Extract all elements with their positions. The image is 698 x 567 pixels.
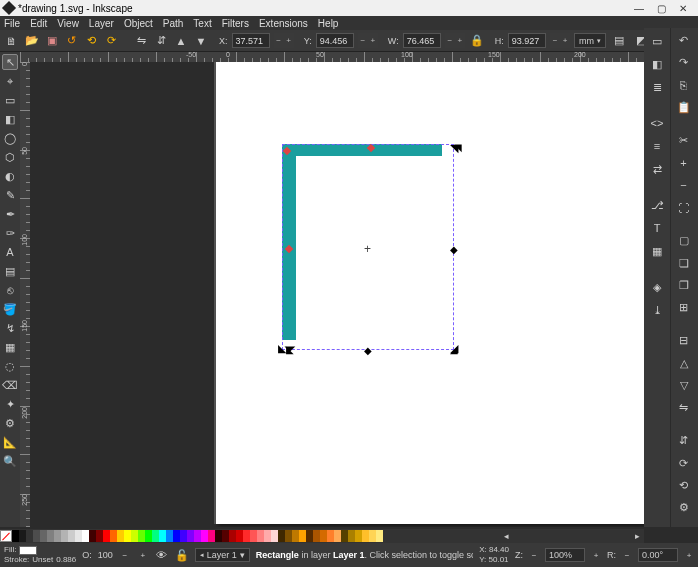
fill-preview[interactable] <box>19 546 37 555</box>
h-field[interactable]: 93.927 <box>508 33 546 48</box>
color-swatch[interactable] <box>236 530 243 542</box>
dock-paste-icon[interactable]: 📋 <box>675 99 693 116</box>
color-swatch[interactable] <box>306 530 313 542</box>
tool-dropper[interactable]: ⎋ <box>2 282 18 298</box>
canvas[interactable]: ◣ ◥ ◢ ◣ .handle{background:transparent;c… <box>30 62 644 527</box>
color-swatch[interactable] <box>75 530 82 542</box>
tool-text[interactable]: A <box>2 244 18 260</box>
lower-icon[interactable]: ▼ <box>193 32 209 50</box>
dock-xml-icon[interactable]: <> <box>648 114 666 132</box>
handle-e[interactable]: ◆ <box>450 244 458 255</box>
dock-zoom-page-icon[interactable]: ▢ <box>675 232 693 249</box>
color-swatch[interactable] <box>54 530 61 542</box>
tool-star[interactable]: ⬡ <box>2 149 18 165</box>
color-swatch[interactable] <box>320 530 327 542</box>
tool-mesh[interactable]: ▦ <box>2 339 18 355</box>
deselect-icon[interactable]: ↺ <box>64 32 80 50</box>
dock-copy-icon[interactable]: ⎘ <box>675 77 693 94</box>
dock-export-icon[interactable]: ⤓ <box>648 301 666 319</box>
dock-undo-icon[interactable]: ↶ <box>675 32 693 49</box>
raise-icon[interactable]: ▲ <box>173 32 189 50</box>
layer-visibility-icon[interactable]: 👁 <box>155 546 169 564</box>
layer-selector[interactable]: ◂ Layer 1 ▾ <box>195 548 250 562</box>
color-swatch[interactable] <box>12 530 19 542</box>
dock-prefs-icon[interactable]: ⚙ <box>675 499 693 516</box>
color-swatch[interactable] <box>257 530 264 542</box>
x-minus[interactable]: − <box>274 33 284 48</box>
tool-ellipse[interactable]: ◯ <box>2 130 18 146</box>
y-minus[interactable]: − <box>358 33 368 48</box>
open-doc-icon[interactable]: 📂 <box>24 32 40 50</box>
opacity-minus[interactable]: − <box>119 546 131 564</box>
color-swatch[interactable] <box>229 530 236 542</box>
menu-object[interactable]: Object <box>124 18 153 29</box>
minimize-button[interactable]: — <box>628 1 650 15</box>
color-swatch[interactable] <box>47 530 54 542</box>
maximize-button[interactable]: ▢ <box>650 1 672 15</box>
color-swatch[interactable] <box>313 530 320 542</box>
rotate-cw-icon[interactable]: ⟳ <box>104 32 120 50</box>
color-swatch[interactable] <box>285 530 292 542</box>
color-swatch[interactable] <box>250 530 257 542</box>
menu-view[interactable]: View <box>57 18 79 29</box>
tool-spray[interactable]: ⌫ <box>2 377 18 393</box>
tool-measure[interactable]: ⚙ <box>2 415 18 431</box>
rotate-ccw-icon[interactable]: ⟲ <box>84 32 100 50</box>
new-doc-icon[interactable]: 🗎 <box>4 32 20 50</box>
color-swatch[interactable] <box>26 530 33 542</box>
color-swatch[interactable] <box>299 530 306 542</box>
dock-text-tool-icon[interactable]: T <box>648 219 666 237</box>
dock-zoom-in-icon[interactable]: + <box>675 154 693 171</box>
color-swatch[interactable] <box>96 530 103 542</box>
dock-group-icon[interactable]: ⊞ <box>675 299 693 316</box>
tool-bucket[interactable]: 🪣 <box>2 301 18 317</box>
tool-gradient[interactable]: ▤ <box>2 263 18 279</box>
w-minus[interactable]: − <box>445 33 455 48</box>
menu-extensions[interactable]: Extensions <box>259 18 308 29</box>
color-swatch[interactable] <box>173 530 180 542</box>
menu-text[interactable]: Text <box>193 18 211 29</box>
h-plus[interactable]: + <box>560 33 570 48</box>
color-swatch[interactable] <box>292 530 299 542</box>
color-swatch[interactable] <box>201 530 208 542</box>
color-swatch[interactable] <box>362 530 369 542</box>
dock-zoom-fit-icon[interactable]: ⛶ <box>675 199 693 216</box>
color-swatch[interactable] <box>264 530 271 542</box>
color-swatch[interactable] <box>159 530 166 542</box>
dock-align-icon[interactable]: ≡ <box>648 137 666 155</box>
color-swatch[interactable] <box>166 530 173 542</box>
rot-minus[interactable]: − <box>622 546 632 564</box>
tool-zoom[interactable]: 🔍 <box>2 453 18 469</box>
lock-ratio-icon[interactable]: 🔒 <box>469 32 485 50</box>
dock-raise-icon[interactable]: △ <box>675 354 693 371</box>
menu-path[interactable]: Path <box>163 18 184 29</box>
color-swatch[interactable] <box>376 530 383 542</box>
dock-zoom-out-icon[interactable]: − <box>675 177 693 194</box>
color-swatch[interactable] <box>103 530 110 542</box>
color-swatch[interactable] <box>19 530 26 542</box>
color-swatch[interactable] <box>243 530 250 542</box>
color-swatch[interactable] <box>369 530 376 542</box>
color-swatch[interactable] <box>348 530 355 542</box>
dock-duplicate-icon[interactable]: ❏ <box>675 254 693 271</box>
unit-selector[interactable]: mm▾ <box>574 33 606 48</box>
menu-edit[interactable]: Edit <box>30 18 47 29</box>
color-swatch[interactable] <box>194 530 201 542</box>
layer-lock-icon[interactable]: 🔓 <box>175 546 189 564</box>
x-field[interactable]: 37.571 <box>232 33 270 48</box>
tool-rect[interactable]: ▭ <box>2 92 18 108</box>
color-swatch[interactable] <box>138 530 145 542</box>
color-swatch[interactable] <box>61 530 68 542</box>
color-swatch[interactable] <box>89 530 96 542</box>
tool-node[interactable]: ⌖ <box>2 73 18 89</box>
tool-calligraphy[interactable]: ✑ <box>2 225 18 241</box>
affect-stroke-icon[interactable]: ▤ <box>610 32 628 50</box>
color-swatch[interactable] <box>82 530 89 542</box>
color-swatch[interactable] <box>222 530 229 542</box>
color-swatch[interactable] <box>208 530 215 542</box>
color-swatch[interactable] <box>124 530 131 542</box>
color-swatch[interactable] <box>68 530 75 542</box>
color-swatch[interactable] <box>334 530 341 542</box>
tool-bezier[interactable]: ✒ <box>2 206 18 222</box>
rot-plus[interactable]: + <box>684 546 694 564</box>
